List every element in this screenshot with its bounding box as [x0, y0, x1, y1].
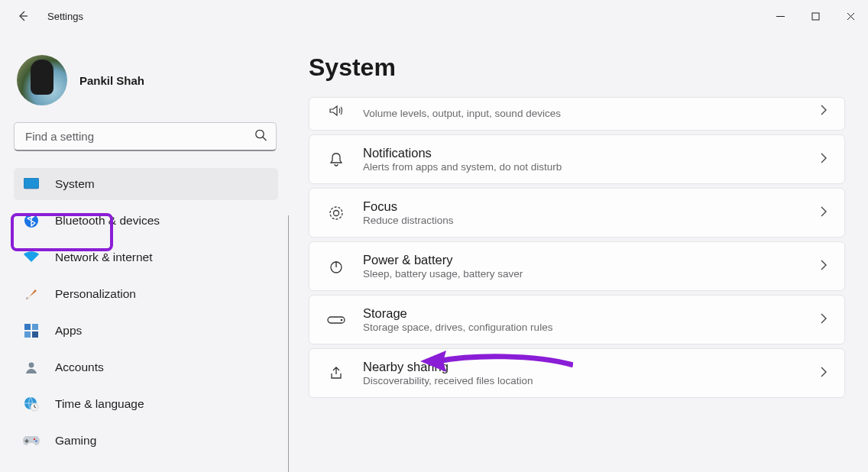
svg-point-13 — [35, 440, 37, 441]
chevron-right-icon — [820, 259, 828, 274]
apps-icon — [23, 322, 40, 339]
svg-rect-0 — [812, 13, 819, 20]
sidebar-item-gaming[interactable]: Gaming — [14, 425, 278, 457]
window-title: Settings — [47, 11, 83, 22]
card-focus[interactable]: Focus Reduce distractions — [309, 188, 845, 238]
system-icon — [23, 176, 40, 192]
svg-rect-2 — [24, 178, 39, 189]
sidebar-item-label: Personalization — [55, 287, 136, 301]
card-subtitle: Alerts from apps and system, do not dist… — [363, 161, 803, 173]
sidebar-item-apps[interactable]: Apps — [14, 315, 278, 347]
card-power[interactable]: Power & battery Sleep, battery usage, ba… — [309, 241, 845, 291]
focus-icon — [326, 205, 346, 221]
bell-icon — [326, 151, 346, 168]
user-name: Pankil Shah — [79, 74, 144, 87]
globe-clock-icon — [23, 396, 40, 412]
power-icon — [326, 258, 346, 275]
sidebar-separator — [288, 215, 289, 472]
paintbrush-icon — [23, 286, 40, 302]
sidebar-item-label: Accounts — [55, 360, 104, 374]
card-notifications[interactable]: Notifications Alerts from apps and syste… — [309, 134, 845, 184]
card-title: Notifications — [363, 146, 803, 160]
card-title: Focus — [363, 199, 803, 214]
sidebar-item-accounts[interactable]: Accounts — [14, 351, 278, 383]
chevron-right-icon — [820, 312, 828, 328]
chevron-right-icon — [820, 152, 828, 167]
card-nearby-sharing[interactable]: Nearby sharing Discoverability, received… — [309, 348, 845, 398]
maximize-icon — [811, 12, 820, 21]
content-pane: System Volume levels, output, input, sou… — [289, 32, 868, 472]
card-title: Storage — [363, 306, 803, 321]
card-sound[interactable]: Volume levels, output, input, sound devi… — [309, 97, 845, 131]
sidebar: Pankil Shah System Bluetooth & devices — [0, 32, 289, 472]
card-list: Volume levels, output, input, sound devi… — [309, 97, 845, 398]
sidebar-item-label: Apps — [55, 324, 82, 338]
back-button[interactable] — [12, 5, 34, 27]
chevron-right-icon — [820, 205, 828, 221]
card-subtitle: Discoverability, received files location — [363, 375, 803, 386]
svg-point-12 — [34, 438, 35, 440]
card-title: Power & battery — [363, 253, 803, 267]
nav-list: System Bluetooth & devices Network & int… — [14, 168, 278, 461]
sidebar-item-label: Gaming — [55, 434, 96, 448]
card-title: Nearby sharing — [363, 360, 803, 374]
close-icon — [847, 12, 855, 21]
page-title: System — [309, 53, 845, 82]
back-arrow-icon — [17, 10, 29, 22]
svg-rect-7 — [24, 331, 31, 338]
sidebar-item-system[interactable]: System — [14, 168, 278, 200]
search-icon — [254, 129, 267, 145]
search-input[interactable] — [14, 122, 277, 151]
sidebar-item-label: Network & internet — [55, 251, 153, 264]
svg-point-9 — [29, 363, 34, 368]
sidebar-item-network[interactable]: Network & internet — [14, 241, 278, 273]
sidebar-item-bluetooth[interactable]: Bluetooth & devices — [14, 205, 278, 237]
close-button[interactable] — [833, 4, 868, 28]
sidebar-item-personalization[interactable]: Personalization — [14, 278, 278, 310]
title-bar: Settings — [0, 0, 868, 32]
svg-point-14 — [330, 207, 342, 219]
gamepad-icon — [23, 432, 40, 449]
minimize-button[interactable] — [763, 4, 798, 28]
card-subtitle: Storage space, drives, configuration rul… — [363, 322, 803, 333]
wifi-icon — [23, 249, 40, 266]
svg-point-18 — [341, 318, 343, 321]
card-subtitle: Reduce distractions — [363, 215, 803, 226]
sidebar-item-label: System — [55, 177, 95, 191]
svg-rect-5 — [24, 324, 31, 330]
profile-block[interactable]: Pankil Shah — [17, 55, 278, 105]
sidebar-item-label: Bluetooth & devices — [55, 214, 160, 228]
bluetooth-icon — [23, 212, 40, 229]
sidebar-item-label: Time & language — [55, 397, 144, 411]
maximize-button[interactable] — [798, 4, 833, 28]
sidebar-item-time[interactable]: Time & language — [14, 388, 278, 420]
card-storage[interactable]: Storage Storage space, drives, configura… — [309, 295, 845, 344]
storage-icon — [326, 315, 346, 325]
share-icon — [326, 365, 346, 382]
card-subtitle: Volume levels, output, input, sound devi… — [363, 108, 803, 119]
search-wrapper — [14, 122, 277, 151]
person-icon — [23, 359, 40, 376]
chevron-right-icon — [820, 104, 828, 119]
svg-point-1 — [256, 130, 264, 137]
card-subtitle: Sleep, battery usage, battery saver — [363, 268, 803, 280]
svg-rect-8 — [32, 331, 38, 338]
svg-point-15 — [334, 210, 339, 215]
sound-icon — [326, 102, 346, 119]
svg-rect-6 — [32, 324, 38, 330]
chevron-right-icon — [820, 366, 828, 381]
avatar — [17, 55, 67, 105]
minimize-icon — [776, 12, 785, 21]
